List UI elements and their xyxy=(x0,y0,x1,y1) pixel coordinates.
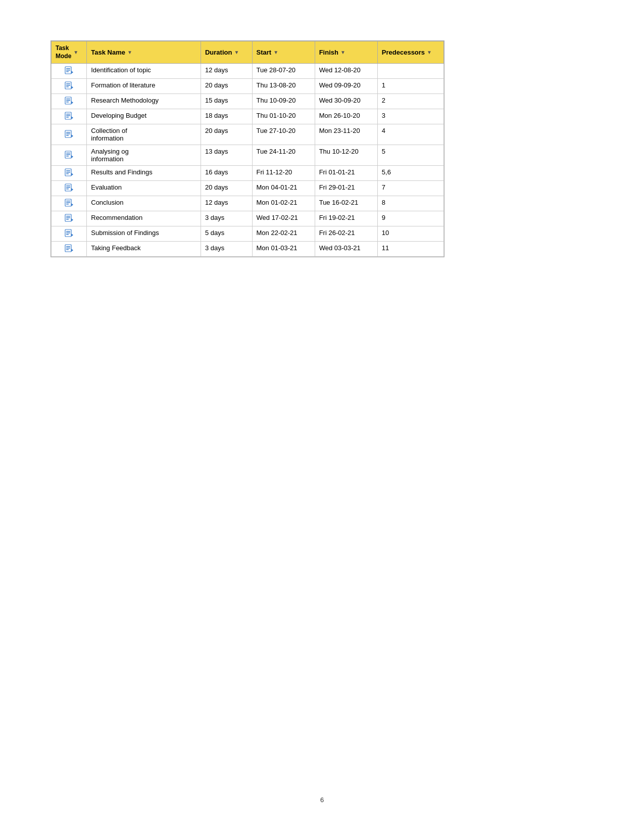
task-name-cell: Submission of Findings xyxy=(87,226,201,242)
svg-rect-21 xyxy=(66,132,70,133)
svg-rect-8 xyxy=(66,86,69,87)
th-task-name[interactable]: Task Name ▼ xyxy=(87,41,201,64)
table-row: Recommendation3 daysWed 17-02-21Fri 19-0… xyxy=(52,211,444,226)
svg-rect-16 xyxy=(66,114,70,115)
th-duration[interactable]: Duration ▼ xyxy=(201,41,252,64)
task-mode-icon xyxy=(65,168,74,178)
task-mode-cell xyxy=(52,181,87,196)
th-finish-arrow[interactable]: ▼ xyxy=(340,50,345,55)
task-duration-cell: 12 days xyxy=(201,64,252,79)
table-row: Identification of topic12 daysTue 28-07-… xyxy=(52,64,444,79)
svg-rect-38 xyxy=(66,189,69,190)
task-name-cell: Taking Feedback xyxy=(87,242,201,257)
th-start[interactable]: Start ▼ xyxy=(252,41,315,64)
svg-rect-56 xyxy=(66,246,70,247)
th-start-arrow[interactable]: ▼ xyxy=(273,50,278,55)
svg-rect-27 xyxy=(66,154,70,155)
task-start-cell: Tue 27-10-20 xyxy=(252,124,315,145)
task-mode-icon xyxy=(65,129,74,140)
svg-rect-57 xyxy=(66,248,70,249)
svg-rect-22 xyxy=(66,133,70,134)
task-predecessors-cell: 7 xyxy=(377,181,443,196)
th-finish[interactable]: Finish ▼ xyxy=(315,41,377,64)
task-start-cell: Thu 01-10-20 xyxy=(252,109,315,124)
task-start-cell: Thu 10-09-20 xyxy=(252,94,315,109)
task-start-cell: Mon 04-01-21 xyxy=(252,181,315,196)
task-duration-cell: 3 days xyxy=(201,211,252,226)
task-finish-cell: Wed 12-08-20 xyxy=(315,64,377,79)
task-finish-cell: Mon 23-11-20 xyxy=(315,124,377,145)
svg-marker-34 xyxy=(71,173,73,176)
table-row: Analysing og information13 daysTue 24-11… xyxy=(52,145,444,166)
svg-rect-52 xyxy=(66,233,70,234)
th-task-name-arrow[interactable]: ▼ xyxy=(127,50,132,55)
svg-marker-54 xyxy=(71,234,73,237)
task-duration-cell: 15 days xyxy=(201,94,252,109)
table-header-row: TaskMode ▼ Task Name ▼ Duration ▼ xyxy=(52,41,444,64)
task-mode-icon xyxy=(65,244,74,254)
svg-rect-43 xyxy=(66,204,69,205)
task-predecessors-cell: 10 xyxy=(377,226,443,242)
th-predecessors-arrow[interactable]: ▼ xyxy=(427,50,432,55)
svg-rect-2 xyxy=(66,70,70,71)
task-mode-cell xyxy=(52,109,87,124)
task-predecessors-cell: 11 xyxy=(377,242,443,257)
svg-rect-23 xyxy=(66,135,69,136)
svg-rect-53 xyxy=(66,234,69,235)
task-duration-cell: 3 days xyxy=(201,242,252,257)
task-finish-cell: Fri 26-02-21 xyxy=(315,226,377,242)
svg-rect-36 xyxy=(66,186,70,187)
svg-rect-33 xyxy=(66,173,69,174)
gantt-table-wrapper: TaskMode ▼ Task Name ▼ Duration ▼ xyxy=(51,40,444,257)
svg-marker-9 xyxy=(71,86,73,89)
svg-rect-11 xyxy=(66,99,70,100)
task-mode-icon xyxy=(65,228,74,239)
task-mode-icon xyxy=(65,96,74,106)
task-mode-icon xyxy=(65,81,74,91)
svg-marker-39 xyxy=(71,188,73,191)
task-finish-cell: Wed 09-09-20 xyxy=(315,79,377,94)
task-name-cell: Conclusion xyxy=(87,196,201,211)
task-start-cell: Wed 17-02-21 xyxy=(252,211,315,226)
task-mode-cell xyxy=(52,196,87,211)
svg-rect-3 xyxy=(66,71,69,72)
task-predecessors-cell: 3 xyxy=(377,109,443,124)
svg-rect-6 xyxy=(66,83,70,84)
task-mode-cell xyxy=(52,226,87,242)
svg-rect-46 xyxy=(66,216,70,217)
task-finish-cell: Thu 10-12-20 xyxy=(315,145,377,166)
task-mode-icon xyxy=(65,183,74,193)
svg-marker-44 xyxy=(71,203,73,206)
task-mode-cell xyxy=(52,145,87,166)
table-row: Formation of literature20 daysThu 13-08-… xyxy=(52,79,444,94)
th-predecessors[interactable]: Predecessors ▼ xyxy=(377,41,443,64)
task-start-cell: Mon 01-03-21 xyxy=(252,242,315,257)
table-row: Research Methodology15 daysThu 10-09-20W… xyxy=(52,94,444,109)
task-mode-icon xyxy=(65,66,74,76)
task-duration-cell: 5 days xyxy=(201,226,252,242)
svg-rect-31 xyxy=(66,170,70,171)
task-predecessors-cell xyxy=(377,64,443,79)
th-duration-arrow[interactable]: ▼ xyxy=(234,50,239,55)
task-mode-cell xyxy=(52,64,87,79)
th-task-mode-arrow[interactable]: ▼ xyxy=(73,49,78,56)
task-name-cell: Recommendation xyxy=(87,211,201,226)
th-task-mode[interactable]: TaskMode ▼ xyxy=(52,41,87,64)
task-predecessors-cell: 9 xyxy=(377,211,443,226)
task-mode-cell xyxy=(52,79,87,94)
svg-rect-47 xyxy=(66,217,70,218)
task-name-cell: Analysing og information xyxy=(87,145,201,166)
task-predecessors-cell: 1 xyxy=(377,79,443,94)
svg-rect-37 xyxy=(66,187,70,188)
th-start-label: Start xyxy=(257,49,272,56)
svg-marker-4 xyxy=(71,71,73,74)
table-row: Conclusion12 daysMon 01-02-21Tue 16-02-2… xyxy=(52,196,444,211)
svg-rect-17 xyxy=(66,115,70,116)
svg-rect-41 xyxy=(66,201,70,202)
task-duration-cell: 20 days xyxy=(201,181,252,196)
svg-marker-14 xyxy=(71,101,73,104)
task-mode-icon xyxy=(65,198,74,208)
svg-rect-51 xyxy=(66,231,70,232)
svg-rect-42 xyxy=(66,202,70,203)
table-row: Submission of Findings5 daysMon 22-02-21… xyxy=(52,226,444,242)
